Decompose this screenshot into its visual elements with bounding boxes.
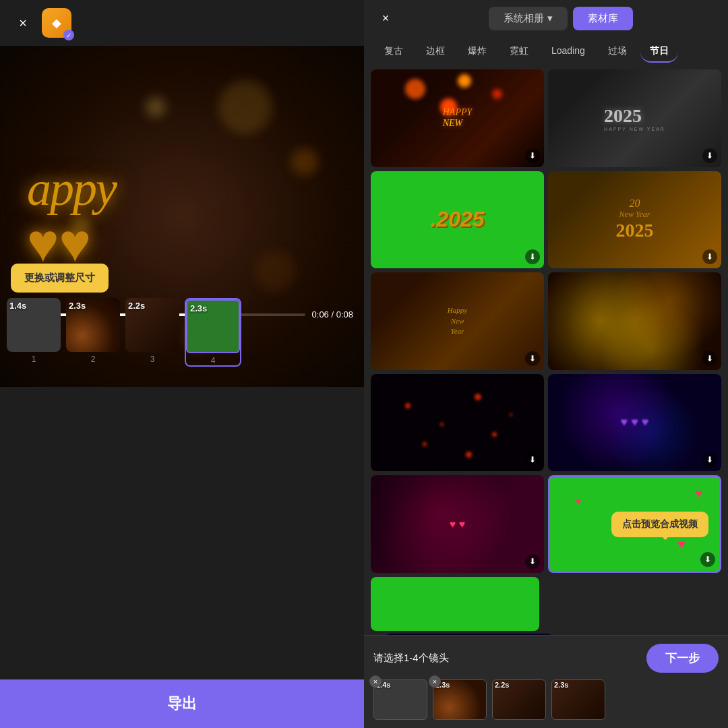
- left-close-button[interactable]: ×: [11, 11, 35, 35]
- download-icon-2[interactable]: ⬇: [702, 148, 717, 163]
- download-icon-10[interactable]: ⬇: [700, 552, 715, 567]
- clip-item-3[interactable]: 2.2s 3: [125, 298, 179, 367]
- selected-clip-thumb-3: 2.2s: [492, 679, 546, 720]
- clip-duration-3: 2.2s: [128, 301, 145, 311]
- media-item-3-text: .2025: [371, 171, 544, 269]
- media-item-2[interactable]: 2025 HAPPY NEW YEAR ⬇: [548, 69, 721, 167]
- selected-clip-1[interactable]: × 1.4s: [373, 679, 427, 720]
- left-panel: × ◆ appy ♥♥ 更换或调整尺寸: [0, 0, 364, 728]
- right-panel: × 系统相册 ▾ 素材库 复古 边框 爆炸 霓虹 Loading 过场 节日: [364, 0, 728, 728]
- remove-clip-1[interactable]: ×: [369, 675, 382, 688]
- media-item-2-text: 2025 HAPPY NEW YEAR: [548, 69, 721, 167]
- media-item-8-text: ♥ ♥ ♥: [548, 374, 721, 472]
- selected-clip-thumb-1: 1.4s: [373, 679, 427, 720]
- media-item-4[interactable]: 20 New Year 2025 ⬇: [548, 171, 721, 269]
- cat-tab-loading[interactable]: Loading: [542, 41, 595, 63]
- logo-icon: ◆: [52, 16, 61, 30]
- selected-clip-2[interactable]: × 2.3s: [433, 679, 487, 720]
- download-icon-9[interactable]: ⬇: [525, 554, 540, 569]
- media-item-3[interactable]: .2025 ⬇: [371, 171, 544, 269]
- cat-tab-transition[interactable]: 过场: [599, 41, 636, 63]
- tab-switcher: 系统相册 ▾ 素材库: [404, 7, 717, 30]
- cat-tab-explode[interactable]: 爆炸: [458, 41, 496, 63]
- next-button[interactable]: 下一步: [646, 644, 719, 673]
- media-grid-area: HAPPYNEW ⬇ 2025 HAPPY NEW YEAR ⬇ .2025: [364, 69, 728, 635]
- clip-number-4: 4: [211, 356, 216, 365]
- clip-duration-1: 1.4s: [9, 301, 26, 311]
- selected-clip-thumb-2: 2.3s: [433, 679, 487, 720]
- selected-clip-3[interactable]: 2.2s: [492, 679, 546, 720]
- clip-number-3: 3: [150, 355, 155, 364]
- select-info-text: 请选择1-4个镜头: [373, 652, 449, 665]
- partial-item-green[interactable]: [371, 577, 539, 631]
- clip-thumb-1[interactable]: 1.4s: [7, 298, 61, 352]
- download-icon-1[interactable]: ⬇: [525, 148, 540, 163]
- cat-tab-frame[interactable]: 边框: [417, 41, 454, 63]
- download-icon-3[interactable]: ⬇: [525, 249, 540, 264]
- tab-system-album[interactable]: 系统相册 ▾: [489, 7, 567, 30]
- media-item-10[interactable]: ♥ ♥ ♥ Love You ⬇ 点击预览合成视频: [548, 475, 721, 573]
- clip-item-4[interactable]: 2.3s 4: [185, 298, 241, 367]
- media-item-1[interactable]: HAPPYNEW ⬇: [371, 69, 544, 167]
- download-icon-4[interactable]: ⬇: [702, 249, 717, 264]
- clips-row: 1.4s 1 2.3s 2 2.2s 3 2.3s: [0, 298, 364, 367]
- right-close-button[interactable]: ×: [375, 8, 396, 30]
- partial-row: [371, 577, 721, 631]
- selected-clip-duration-4: 2.3s: [554, 681, 568, 689]
- left-header: × ◆: [0, 0, 364, 46]
- media-grid: HAPPYNEW ⬇ 2025 HAPPY NEW YEAR ⬇ .2025: [371, 69, 721, 573]
- clip-duration-4: 2.3s: [190, 303, 207, 313]
- media-item-5[interactable]: HappyNewYear ⬇: [371, 272, 544, 370]
- download-icon-5[interactable]: ⬇: [525, 351, 540, 366]
- kk-text: ♥♥: [27, 216, 91, 270]
- download-icon-6[interactable]: ⬇: [702, 351, 717, 366]
- select-info-row: 请选择1-4个镜头 下一步: [373, 644, 719, 673]
- clip-item-2[interactable]: 2.3s 2: [66, 298, 120, 367]
- media-item-8[interactable]: ♥ ♥ ♥ ⬇: [548, 374, 721, 472]
- media-item-9-text: ♥ ♥: [371, 475, 544, 573]
- export-button[interactable]: 导出: [0, 679, 364, 728]
- clip-duration-2: 2.3s: [69, 301, 86, 311]
- selected-clips-row: × 1.4s × 2.3s 2.2s 2.3s: [373, 679, 719, 720]
- clip-number-1: 1: [32, 355, 36, 364]
- right-header: × 系统相册 ▾ 素材库: [364, 0, 728, 37]
- happy-text: appy: [27, 162, 116, 216]
- media-item-6[interactable]: ⬇: [548, 272, 721, 370]
- media-item-9[interactable]: ♥ ♥ ⬇: [371, 475, 544, 573]
- clip-thumb-2[interactable]: 2.3s: [66, 298, 120, 352]
- category-tabs: 复古 边框 爆炸 霓虹 Loading 过场 节日: [364, 37, 728, 69]
- cat-tab-holiday[interactable]: 节日: [640, 41, 678, 63]
- selected-clip-4[interactable]: 2.3s: [551, 679, 605, 720]
- media-item-5-text: HappyNewYear: [371, 272, 544, 370]
- clip-item-1[interactable]: 1.4s 1: [7, 298, 61, 367]
- cat-tab-retro[interactable]: 复古: [375, 41, 413, 63]
- preview-tooltip: 点击预览合成视频: [611, 512, 708, 537]
- bottom-panel: 请选择1-4个镜头 下一步 × 1.4s × 2.3s 2.2s: [364, 635, 728, 728]
- selected-clip-thumb-4: 2.3s: [551, 679, 605, 720]
- resize-banner[interactable]: 更换或调整尺寸: [11, 264, 109, 293]
- media-item-1-text: HAPPYNEW: [371, 69, 544, 167]
- clip-thumb-3[interactable]: 2.2s: [125, 298, 179, 352]
- media-item-7[interactable]: ⬇: [371, 374, 544, 472]
- clip-number-2: 2: [91, 355, 96, 364]
- video-preview: appy ♥♥ 更换或调整尺寸 0:06 / 0:08 1.4s 1: [0, 46, 364, 387]
- remove-clip-2[interactable]: ×: [429, 675, 441, 688]
- tab-material-library[interactable]: 素材库: [573, 7, 633, 30]
- selected-clip-duration-3: 2.2s: [495, 681, 509, 689]
- red-particles-visual: [371, 374, 544, 472]
- clip-thumb-4[interactable]: 2.3s: [186, 299, 240, 353]
- cat-tab-neon[interactable]: 霓虹: [500, 41, 538, 63]
- bokeh-gold-visual: [548, 272, 721, 370]
- app-logo: ◆: [42, 8, 71, 38]
- media-item-4-text: 20 New Year 2025: [548, 171, 721, 269]
